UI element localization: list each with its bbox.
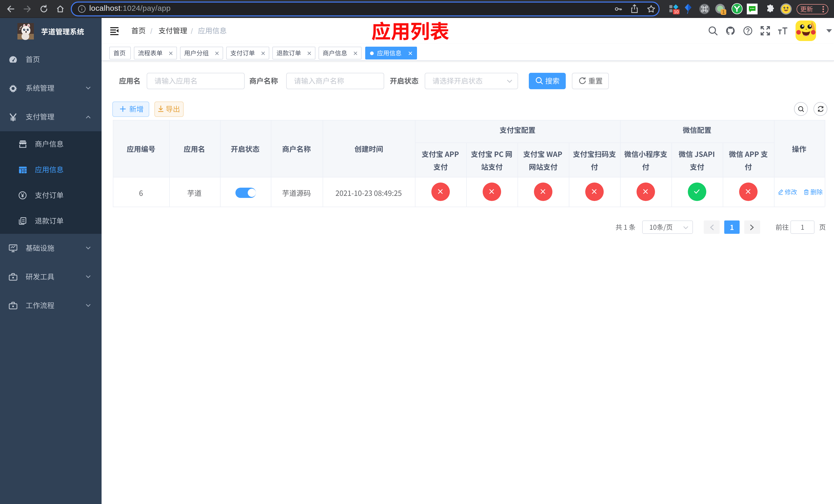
svg-text:10: 10: [674, 9, 679, 14]
svg-text:1: 1: [722, 9, 725, 15]
